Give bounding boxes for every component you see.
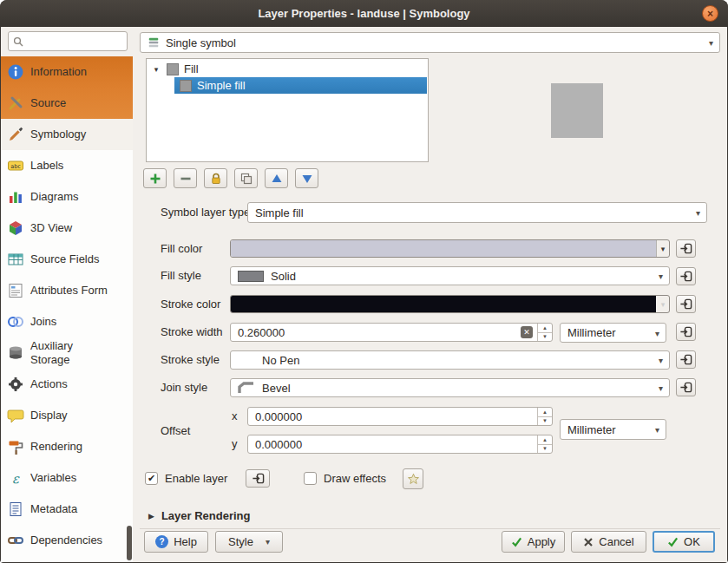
cancel-button[interactable]: Cancel: [571, 531, 646, 553]
sidebar-item-label: Attributes Form: [30, 284, 108, 298]
tree-row-fill[interactable]: ▾ Fill: [147, 61, 428, 77]
sidebar-item-joins[interactable]: Joins: [1, 306, 133, 337]
offset-label: Offset: [161, 422, 190, 441]
stroke-width-unit-value: Millimeter: [567, 326, 616, 339]
data-defined-override-button[interactable]: [676, 239, 696, 258]
search-input[interactable]: [27, 36, 122, 48]
draw-effects-checkbox[interactable]: [304, 472, 317, 485]
stroke-width-value: 0.260000: [231, 326, 521, 339]
sidebar-item-metadata[interactable]: Metadata: [1, 494, 133, 525]
sidebar-item-source-fields[interactable]: Source Fields: [1, 244, 133, 275]
symbol-layer-toolbar: [143, 168, 318, 188]
data-defined-override-button[interactable]: [676, 378, 696, 396]
sidebar-scrollbar[interactable]: [127, 526, 132, 560]
sidebar: Information Source Symbology abc Labels …: [1, 27, 133, 562]
document-icon: [7, 501, 24, 518]
sidebar-item-diagrams[interactable]: Diagrams: [1, 181, 133, 213]
sidebar-item-label: Variables: [30, 471, 76, 485]
chevron-down-icon: ▾: [655, 328, 659, 337]
svg-text:abc: abc: [10, 163, 21, 170]
draw-effects-label[interactable]: Draw effects: [324, 472, 386, 485]
ok-button[interactable]: OK: [653, 531, 715, 553]
enable-layer-label[interactable]: Enable layer: [165, 472, 227, 485]
spin-up-icon[interactable]: ▲: [538, 408, 552, 417]
stroke-width-unit-select[interactable]: Millimeter ▾: [560, 323, 666, 343]
stroke-color-button[interactable]: ▾: [230, 295, 670, 313]
cube-3d-icon: [7, 219, 24, 237]
sidebar-item-label: Joins: [30, 315, 56, 329]
sidebar-item-label: 3D View: [30, 221, 72, 235]
join-style-select[interactable]: Bevel ▾: [230, 378, 670, 397]
override-icon: [679, 325, 692, 338]
help-icon: ?: [155, 535, 168, 548]
move-layer-down-button[interactable]: [295, 168, 318, 188]
symbol-layer-type-select[interactable]: Simple fill ▾: [247, 202, 707, 223]
spin-down-icon[interactable]: ▼: [538, 417, 552, 426]
sidebar-item-information[interactable]: Information: [1, 56, 133, 88]
style-button[interactable]: Style ▾: [215, 531, 283, 553]
tree-row-simple-fill[interactable]: Simple fill: [174, 77, 427, 94]
fill-style-select[interactable]: Solid ▾: [230, 266, 670, 285]
spin-down-icon[interactable]: ▼: [538, 333, 552, 342]
stroke-color-swatch: [231, 296, 656, 312]
override-icon: [679, 353, 692, 366]
sidebar-item-display[interactable]: Display: [1, 400, 133, 431]
close-icon[interactable]: ×: [702, 5, 718, 22]
titlebar[interactable]: Layer Properties - landuse | Symbology ×: [0, 0, 728, 27]
enable-layer-checkbox[interactable]: ✔: [145, 472, 158, 485]
sidebar-item-dependencies[interactable]: Dependencies: [1, 525, 133, 556]
layer-rendering-section[interactable]: ▶ Layer Rendering: [148, 509, 251, 522]
data-defined-override-button[interactable]: [246, 469, 270, 488]
remove-symbol-layer-button[interactable]: [174, 168, 197, 188]
expander-down-icon[interactable]: ▾: [151, 65, 161, 74]
data-defined-override-button[interactable]: [676, 350, 696, 369]
sidebar-item-auxiliary-storage[interactable]: Auxiliary Storage: [1, 337, 133, 369]
stroke-style-select[interactable]: No Pen ▾: [230, 350, 670, 370]
data-defined-override-button[interactable]: [676, 267, 696, 285]
spin-up-icon[interactable]: ▲: [538, 435, 552, 445]
sidebar-item-label: Source Fields: [30, 252, 99, 266]
help-button[interactable]: ? Help: [144, 531, 208, 553]
layer-rendering-label: Layer Rendering: [161, 509, 251, 522]
spin-up-icon[interactable]: ▲: [538, 324, 552, 333]
duplicate-symbol-layer-button[interactable]: [234, 168, 258, 188]
sidebar-item-rendering[interactable]: Rendering: [1, 431, 133, 462]
plus-icon: [149, 173, 161, 185]
solid-pattern-swatch: [238, 271, 264, 282]
sidebar-item-source[interactable]: Source: [1, 88, 133, 119]
sidebar-item-attributes-form[interactable]: Attributes Form: [1, 275, 133, 306]
clear-value-icon[interactable]: ✕: [521, 326, 533, 338]
sidebar-item-labels[interactable]: abc Labels: [1, 150, 133, 181]
help-label: Help: [174, 535, 197, 548]
add-symbol-layer-button[interactable]: [143, 168, 167, 188]
data-defined-override-button[interactable]: [676, 323, 696, 341]
chevron-down-icon[interactable]: ▾: [656, 296, 669, 312]
chevron-down-icon[interactable]: ▾: [656, 240, 669, 257]
sidebar-search: [8, 31, 128, 51]
renderer-select[interactable]: Single symbol ▾: [140, 32, 720, 53]
layer-properties-dialog: Layer Properties - landuse | Symbology ×…: [0, 0, 728, 563]
arrow-up-icon: [271, 173, 283, 185]
lock-colors-button[interactable]: [204, 168, 227, 188]
offset-unit-select[interactable]: Millimeter ▾: [560, 419, 666, 440]
symbol-layer-type-value: Simple fill: [255, 206, 304, 219]
move-layer-up-button[interactable]: [265, 168, 288, 188]
fill-color-button[interactable]: ▾: [230, 239, 670, 258]
offset-y-spinbox[interactable]: 0.000000 ▲ ▼: [247, 435, 553, 454]
sidebar-item-3d-view[interactable]: 3D View: [1, 213, 133, 244]
fill-style-label: Fill style: [161, 266, 201, 285]
sidebar-item-symbology[interactable]: Symbology: [1, 119, 133, 150]
epsilon-icon: ε: [7, 469, 24, 487]
apply-button[interactable]: Apply: [502, 531, 565, 553]
sidebar-item-actions[interactable]: Actions: [1, 369, 133, 400]
offset-y-value: 0.000000: [248, 438, 537, 451]
sidebar-item-variables[interactable]: ε Variables: [1, 462, 133, 494]
spin-down-icon[interactable]: ▼: [538, 445, 552, 454]
expander-right-icon: ▶: [148, 512, 154, 520]
data-defined-override-button[interactable]: [676, 295, 696, 313]
stroke-width-spinbox[interactable]: 0.260000 ✕ ▲ ▼: [230, 323, 553, 342]
offset-x-spinbox[interactable]: 0.000000 ▲ ▼: [247, 407, 553, 426]
fill-color-swatch: [231, 240, 656, 257]
customize-effects-button[interactable]: [403, 468, 423, 489]
arrow-down-icon: [301, 173, 313, 185]
